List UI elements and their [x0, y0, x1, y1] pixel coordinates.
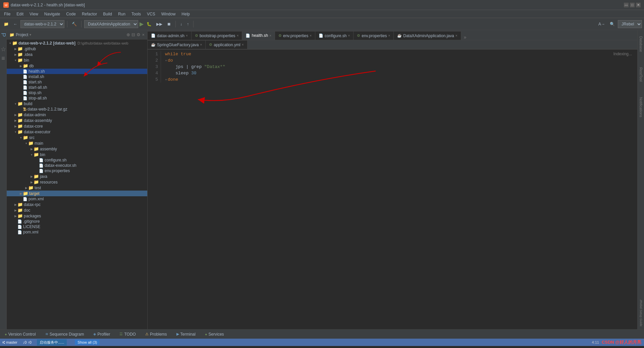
fold-btn-2[interactable]: ▾	[165, 59, 167, 63]
tab-springgluefactory[interactable]: ☕ SpringGlueFactory.java ×	[148, 40, 206, 49]
dropdown-arrow-icon[interactable]: ▾	[30, 33, 31, 37]
tree-item-dataxassembly[interactable]: ▶ 📁 datax-assembly	[7, 118, 147, 123]
tree-item-test[interactable]: ▶ 📁 test	[7, 185, 147, 191]
editor-content[interactable]: 1 2 3 4 5 while true ▾ do	[148, 50, 637, 329]
tab-overflow-btn[interactable]: »	[461, 34, 469, 40]
tree-item-github[interactable]: ▶ 📁 .github	[7, 46, 147, 52]
tree-item-bin-ex[interactable]: ▾ 📁 bin	[7, 152, 147, 157]
tree-item-healthsh[interactable]: 📄 health.sh	[7, 69, 147, 74]
tree-item-configuresh[interactable]: 📄 configure.sh	[7, 157, 147, 163]
translate-btn[interactable]: A→	[597, 21, 607, 27]
tree-item-packages[interactable]: ▶ 📁 packages	[7, 213, 147, 219]
tab-problems[interactable]: ⚠ Problems	[143, 331, 169, 337]
status-update-btn[interactable]: ↓0 ↑0	[21, 340, 33, 345]
tree-item-assembly[interactable]: ▶ 📁 assembly	[7, 146, 147, 152]
menu-run[interactable]: Run	[115, 11, 128, 17]
panel-tab-notifications[interactable]: Notifications	[638, 94, 644, 120]
tree-item-startallsh[interactable]: 📄 start-all.sh	[7, 85, 147, 90]
minimize-button[interactable]: —	[624, 3, 629, 7]
tab-close-healthsh[interactable]: ×	[269, 34, 271, 38]
jrebel-dropdown[interactable]: JRebel	[618, 20, 642, 28]
window-controls[interactable]: — □ ✕	[624, 3, 641, 7]
tab-dataxadminsh[interactable]: 📄 datax-admin.sh ×	[148, 31, 192, 40]
panel-tab-resttool[interactable]: RestTool	[638, 65, 644, 84]
tree-item-idea[interactable]: ▶ 📁 .idea	[7, 52, 147, 57]
tree-item-main[interactable]: ▾ 📁 main	[7, 140, 147, 146]
bookmarks-icon[interactable]: ☆	[1, 46, 6, 53]
menu-edit[interactable]: Edit	[14, 11, 26, 17]
tree-item-license[interactable]: 📄 LICENSE	[7, 224, 147, 229]
close-button[interactable]: ✕	[636, 3, 641, 7]
menu-file[interactable]: File	[1, 11, 13, 17]
tree-item-bin[interactable]: ▾ 📁 bin	[7, 57, 147, 63]
locate-file-btn[interactable]: ⊕	[126, 32, 130, 37]
toolbar-back-btn[interactable]: ←	[12, 21, 19, 27]
tree-item-java[interactable]: ▶ 📁 java	[7, 173, 147, 179]
tab-close-dataxadminjava[interactable]: ×	[455, 34, 458, 38]
panel-settings-btn[interactable]: ⚙	[137, 32, 141, 37]
menu-code[interactable]: Code	[63, 11, 78, 17]
tree-item-dataxcore[interactable]: ▶ 📁 datax-core	[7, 123, 147, 129]
structure-icon[interactable]: ≡	[1, 55, 5, 62]
start-service-btn[interactable]: 启动服务中......	[37, 339, 67, 346]
menu-help[interactable]: Help	[179, 11, 193, 17]
tab-close-envprops[interactable]: ×	[310, 34, 312, 38]
tab-services[interactable]: ● Services	[203, 331, 226, 337]
tab-envprops[interactable]: ⚙ env.properties ×	[275, 31, 315, 40]
tree-item-pomxml-ex[interactable]: 📄 pom.xml	[7, 196, 147, 202]
debug-button[interactable]: 🐛	[145, 21, 153, 27]
tab-todo[interactable]: ☰ TODO	[117, 331, 138, 337]
tab-sequence-diagram[interactable]: ≋ Sequence Diagram	[43, 331, 86, 337]
tree-item-target[interactable]: ▶ 📁 target	[7, 191, 147, 196]
git-update-btn[interactable]: ↓	[178, 21, 184, 27]
tree-item-src[interactable]: ▾ 📁 src	[7, 135, 147, 140]
tree-item-build[interactable]: ▾ 📁 build	[7, 101, 147, 107]
tree-item-dataxexecutor[interactable]: ▾ 📁 datax-executor	[7, 129, 147, 135]
search-everywhere-btn[interactable]: 🔍	[608, 21, 616, 27]
tree-item-doc[interactable]: ▶ 📁 doc	[7, 207, 147, 213]
tree-item-resources[interactable]: ▶ 📁 resources	[7, 179, 147, 185]
panel-tab-jrebel-setup[interactable]: JRebel Setup Guide	[638, 297, 644, 329]
show-all-btn[interactable]: Show all (3)	[75, 340, 100, 345]
tree-item-startsh[interactable]: 📄 start.sh	[7, 79, 147, 85]
menu-build[interactable]: Build	[100, 11, 115, 17]
menu-tools[interactable]: Tools	[129, 11, 144, 17]
file-tree[interactable]: ▾ 📁 datax-web-v-2.1.2 [datax-web] D:\git…	[7, 40, 147, 329]
run-button[interactable]: ▶	[140, 21, 144, 27]
tab-profiler[interactable]: ◈ Profiler	[91, 331, 112, 337]
tab-close-bootstraapprops[interactable]: ×	[237, 34, 239, 38]
tab-applicationyml[interactable]: ⚙ application.yml ×	[206, 40, 247, 49]
tree-item-stopallsh[interactable]: 📄 stop-all.sh	[7, 95, 147, 101]
tab-terminal[interactable]: ▶ Terminal	[174, 331, 198, 337]
tab-close-springgluefactory[interactable]: ×	[200, 43, 202, 47]
tab-dataxadminjava[interactable]: ☕ DataXAdminApplication.java ×	[394, 31, 461, 40]
panel-close-btn[interactable]: ×	[142, 32, 145, 37]
menu-refactor[interactable]: Refactor	[79, 11, 100, 17]
tab-healthsh[interactable]: 📄 health.sh ×	[242, 31, 275, 40]
tree-root[interactable]: ▾ 📁 datax-web-v-2.1.2 [datax-web] D:\git…	[7, 40, 147, 46]
menu-window[interactable]: Window	[159, 11, 178, 17]
toolbar-folder-btn[interactable]: 📁	[2, 21, 10, 27]
tree-item-pom-root[interactable]: 📄 pom.xml	[7, 229, 147, 235]
maximize-button[interactable]: □	[630, 3, 635, 7]
tree-item-dataxexecutorsh[interactable]: 📄 datax-executor.sh	[7, 163, 147, 168]
menu-vcs[interactable]: VCS	[144, 11, 158, 17]
tab-envprops2[interactable]: ⚙ env.properties ×	[354, 31, 394, 40]
tree-item-gitignore[interactable]: 📄 .gitignore	[7, 219, 147, 224]
tab-close-envprops2[interactable]: ×	[388, 34, 390, 38]
run-config-dropdown[interactable]: DataXAdminApplication	[84, 20, 138, 28]
menu-navigate[interactable]: Navigate	[42, 11, 63, 17]
tree-item-stopsh[interactable]: 📄 stop.sh	[7, 90, 147, 95]
project-dropdown[interactable]: datax-web-v-2.1.2	[20, 20, 64, 28]
project-icon[interactable]: P	[0, 33, 7, 37]
tree-item-db[interactable]: ▶ 📁 db	[7, 63, 147, 69]
menu-view[interactable]: View	[27, 11, 41, 17]
tab-close-dataxadminsh[interactable]: ×	[186, 34, 188, 38]
tab-close-applicationyml[interactable]: ×	[242, 43, 244, 47]
tree-item-buildtar[interactable]: 🗜 datax-web-2.1.2.tar.gz	[7, 107, 147, 112]
tree-item-installsh[interactable]: 📄 install.sh	[7, 74, 147, 79]
tab-version-control[interactable]: ● Version Control	[3, 331, 38, 337]
tree-item-dataxrpc[interactable]: ▶ 📁 datax-rpc	[7, 202, 147, 207]
tab-bootstraapprops[interactable]: ⚙ bootstrap.properties ×	[192, 31, 243, 40]
tree-item-dataxadmin[interactable]: ▶ 📁 datax-admin	[7, 112, 147, 118]
